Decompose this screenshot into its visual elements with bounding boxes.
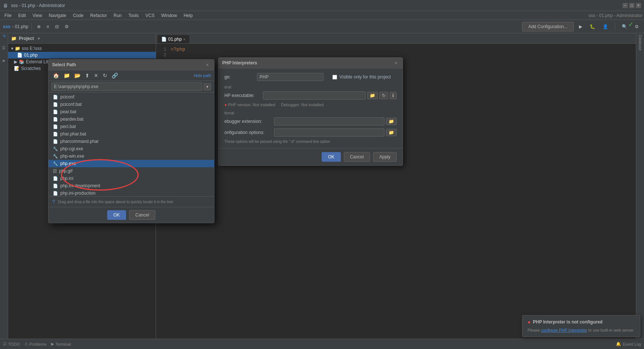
todo-icon: ☑ (3, 342, 7, 346)
up-button[interactable]: ⬆ (84, 72, 91, 79)
file-name-pharcommand-phar: pharcommand.phar (60, 139, 99, 144)
debugger-ext-browse-button[interactable]: 📁 (386, 118, 397, 125)
folder-button[interactable]: 📁 (62, 72, 71, 79)
tab-close-icon[interactable]: × (183, 37, 186, 41)
file-php-cgi-exe[interactable]: 🔧 php-cgi.exe (48, 145, 214, 152)
menu-code[interactable]: Code (70, 12, 87, 19)
menu-file[interactable]: File (1, 12, 14, 19)
database-label[interactable]: Database (638, 35, 642, 51)
user-icon-button[interactable]: 👤 (600, 23, 610, 30)
editor-tabs: 📄 01.php × (156, 33, 636, 44)
bottom-event-log[interactable]: 🔔 Event Log (616, 342, 641, 346)
file-php-exe[interactable]: 🔧 php.exe (48, 160, 214, 167)
tab-icon: 📄 (161, 37, 167, 42)
php-exec-info-button[interactable]: ℹ (390, 92, 397, 99)
favorites-icon[interactable]: ★ (1, 58, 6, 63)
tab-01php[interactable]: 📄 01.php × (157, 35, 189, 43)
php-interpreters-close-button[interactable]: × (393, 60, 399, 66)
align-button[interactable]: ≡ (44, 23, 51, 30)
run-button[interactable]: ▶ (577, 23, 584, 30)
settings-gear-button[interactable]: ⚙ (633, 23, 641, 30)
file-pciconf[interactable]: 📄 pciconf (48, 93, 214, 101)
php-exec-refresh-button[interactable]: ↻ (379, 92, 388, 99)
select-path-cancel-button[interactable]: Cancel (129, 210, 155, 220)
project-panel-header: 📁 Project ▾ (8, 33, 156, 44)
hide-path-link[interactable]: Hide path (194, 73, 211, 78)
name-label: ge: (224, 74, 254, 80)
file-icon-php-cgi-exe: 🔧 (53, 147, 58, 151)
file-php-ini[interactable]: 📄 php.ini (48, 175, 214, 182)
file-php-gif[interactable]: 🖼 php.gif (48, 167, 214, 175)
bottom-todo[interactable]: ☑ TODO (3, 342, 20, 346)
file-icon-php-exe: 🔧 (53, 161, 58, 166)
file-name-php-ini: php.ini (60, 176, 73, 181)
menu-vcs[interactable]: VCS (142, 12, 157, 19)
settings-button[interactable]: ⚙ (62, 23, 71, 30)
file-php-win-exe[interactable]: 🔧 php-win.exe (48, 152, 214, 160)
footer-hint: Drag and drop a file into the space abov… (58, 200, 173, 204)
new-file-button[interactable]: ⊕ (35, 23, 43, 30)
php-interpreters-ok-button[interactable]: OK (322, 152, 340, 162)
file-pecl-bat[interactable]: 📄 pecl.bat (48, 123, 214, 130)
project-dropdown-icon[interactable]: ▾ (38, 36, 40, 41)
config-options-browse-button[interactable]: 📁 (386, 129, 397, 136)
menu-run[interactable]: Run (111, 12, 125, 19)
file-php-ini-prod[interactable]: 📄 php.ini-production (48, 189, 214, 196)
menu-navigate[interactable]: Navigate (46, 12, 69, 19)
name-row: ge: Visible only for this project (224, 73, 397, 81)
delete-button[interactable]: ✕ (92, 72, 100, 79)
tree-item-sss[interactable]: ▾ 📁 sss E:\sss (8, 45, 156, 52)
path-dropdown-button[interactable]: ▾ (204, 83, 211, 90)
minimize-button[interactable]: − (623, 3, 628, 8)
menu-edit[interactable]: Edit (15, 12, 29, 19)
config-options-input[interactable] (274, 128, 384, 137)
add-configuration-button[interactable]: Add Configuration... (522, 22, 574, 31)
php-exec-row: HP executable: 📁 ↻ ℹ (224, 91, 397, 100)
file-phar-phar-bat[interactable]: 📄 phar.phar.bat (48, 130, 214, 138)
menu-help[interactable]: Help (181, 12, 196, 19)
notification-body-suffix: to use built-in web server (588, 328, 633, 332)
name-input[interactable] (257, 73, 323, 81)
bottom-terminal[interactable]: ▶ Terminal (51, 342, 71, 346)
visible-checkbox-row: Visible only for this project (332, 74, 391, 80)
file-php-ini-dev[interactable]: 📄 php.ini-development (48, 182, 214, 189)
visible-checkbox[interactable] (332, 75, 337, 80)
collapse-button[interactable]: ⊟ (53, 23, 61, 30)
menu-tools[interactable]: Tools (125, 12, 142, 19)
file-icon-php-ini-prod: 📄 (53, 191, 58, 196)
maximize-button[interactable]: □ (629, 3, 634, 8)
bottom-problems[interactable]: ⚠ Problems (24, 342, 47, 346)
file-pciconf-bat[interactable]: 📄 pciconf.bat (48, 101, 214, 108)
menu-refactor[interactable]: Refactor (87, 12, 110, 19)
configure-php-link[interactable]: configure PHP Interpreter (541, 328, 587, 332)
menu-window[interactable]: Window (158, 12, 180, 19)
path-input[interactable] (51, 83, 202, 91)
breadcrumb-sep: › (12, 24, 13, 29)
select-path-close-button[interactable]: × (204, 62, 210, 68)
php-exec-browse-button[interactable]: 📁 (367, 92, 378, 99)
file-pear-bat[interactable]: 📄 pear.bat (48, 108, 214, 115)
debug-button[interactable]: 🐛 (587, 23, 597, 30)
select-path-button-row: OK Cancel (48, 207, 214, 223)
home-button[interactable]: 🏠 (51, 72, 61, 79)
php-interpreters-cancel-button[interactable]: Cancel (344, 152, 370, 162)
toolbar: sss › 01.php ⊕ ≡ ⊟ ⚙ Add Configuration..… (0, 20, 644, 33)
file-peardev-bat[interactable]: 📄 peardev.bat (48, 115, 214, 123)
file-breadcrumb: 01.php (15, 24, 28, 29)
menu-bar: File Edit View Navigate Code Refactor Ru… (0, 11, 644, 20)
help-icon[interactable]: ? (52, 199, 55, 205)
file-pharcommand-phar[interactable]: 📄 pharcommand.phar (48, 138, 214, 145)
php-exec-input[interactable] (263, 91, 366, 100)
file-name-pecl-bat: pecl.bat (60, 124, 76, 129)
project-icon[interactable]: P (2, 35, 6, 37)
php-interpreters-apply-button[interactable]: Apply (373, 152, 397, 162)
tree-item-01php[interactable]: 📄 01.php (8, 52, 156, 58)
refresh-button[interactable]: ↻ (101, 72, 109, 79)
menu-view[interactable]: View (30, 12, 45, 19)
structure-icon[interactable]: ☰ (1, 46, 6, 50)
debugger-ext-input[interactable] (274, 117, 384, 125)
close-button[interactable]: × (636, 3, 641, 8)
link-button[interactable]: 🔗 (110, 72, 119, 79)
select-path-ok-button[interactable]: OK (107, 210, 126, 220)
new-folder-button[interactable]: 📂 (73, 72, 82, 79)
